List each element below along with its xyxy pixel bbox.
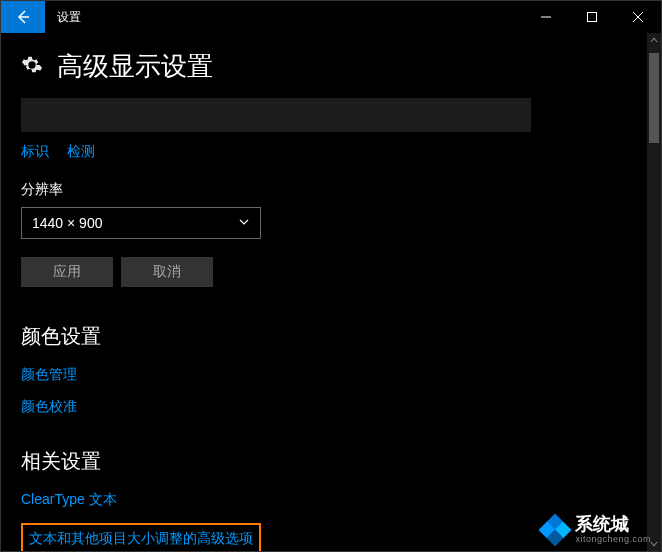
window-title: 设置 <box>45 1 81 33</box>
cleartype-link[interactable]: ClearType 文本 <box>21 491 627 509</box>
color-calibration-link[interactable]: 颜色校准 <box>21 398 627 416</box>
scroll-thumb[interactable] <box>649 53 659 143</box>
back-button[interactable] <box>1 1 45 33</box>
color-management-link[interactable]: 颜色管理 <box>21 366 627 384</box>
maximize-button[interactable] <box>569 1 615 33</box>
arrow-left-icon <box>15 9 31 25</box>
resolution-select[interactable]: 1440 × 900 <box>21 207 261 239</box>
highlighted-option: 文本和其他项目大小调整的高级选项 <box>21 523 261 551</box>
display-preview <box>21 98 531 132</box>
maximize-icon <box>587 12 597 22</box>
minimize-icon <box>541 12 551 22</box>
cancel-button[interactable]: 取消 <box>121 257 213 287</box>
scroll-down-icon[interactable] <box>647 537 661 551</box>
scrollbar[interactable] <box>647 33 661 551</box>
resolution-value: 1440 × 900 <box>32 215 102 231</box>
page-title: 高级显示设置 <box>57 49 213 84</box>
color-section-heading: 颜色设置 <box>21 323 627 350</box>
minimize-button[interactable] <box>523 1 569 33</box>
identify-link[interactable]: 标识 <box>21 143 49 161</box>
close-icon <box>633 12 643 22</box>
gear-icon <box>21 54 43 80</box>
scroll-up-icon[interactable] <box>647 33 661 47</box>
related-section-heading: 相关设置 <box>21 448 627 475</box>
apply-button[interactable]: 应用 <box>21 257 113 287</box>
window-controls <box>523 1 661 33</box>
svg-rect-2 <box>588 13 597 22</box>
chevron-down-icon <box>238 215 250 231</box>
content-area: 高级显示设置 标识 检测 分辨率 1440 × 900 应用 取消 颜色设置 颜… <box>1 33 647 551</box>
close-button[interactable] <box>615 1 661 33</box>
advanced-sizing-link[interactable]: 文本和其他项目大小调整的高级选项 <box>29 530 253 548</box>
titlebar: 设置 <box>1 1 661 33</box>
resolution-label: 分辨率 <box>21 181 627 199</box>
detect-link[interactable]: 检测 <box>67 143 95 161</box>
